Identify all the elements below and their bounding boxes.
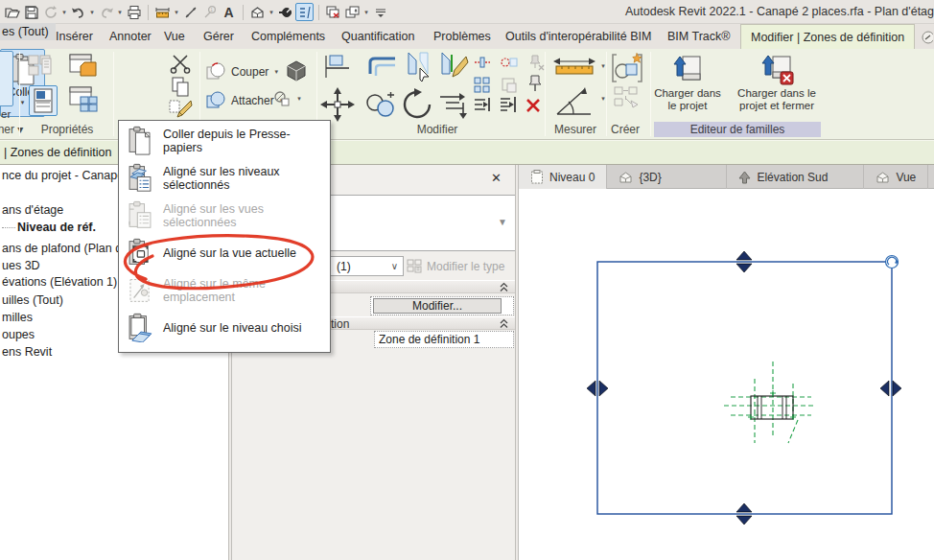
menu-item-aligned-selected-levels[interactable]: Aligné sur les niveaux sélectionnés (120, 159, 329, 197)
tab-bim-track[interactable]: BIM Track® (658, 24, 739, 49)
menu-item-paste-from-clipboard[interactable]: Coller depuis le Presse-papiers (120, 122, 329, 159)
show-hidden-lines-icon[interactable] (284, 58, 309, 83)
collapse-section-icon[interactable] (500, 282, 508, 295)
copy-to-clipboard-icon[interactable] (170, 76, 191, 99)
customize-qat-icon[interactable] (371, 3, 389, 21)
scale-icon[interactable] (500, 76, 519, 93)
measure-tool-icon[interactable] (552, 57, 596, 76)
create-group-icon[interactable] (610, 52, 644, 84)
undo-dropdown-icon[interactable]: ▾ (88, 9, 96, 16)
create-similar-icon[interactable] (613, 85, 640, 108)
angular-dimension-icon[interactable] (554, 85, 595, 118)
demolish-icon[interactable] (272, 89, 292, 108)
view-tab-label: Elévation Sud (757, 171, 828, 184)
3d-view-dropdown-icon[interactable]: ▾ (268, 9, 275, 16)
paste-dropdown-icon[interactable]: ▾ (21, 99, 25, 106)
family-types-icon[interactable] (27, 53, 56, 80)
split-element-icon[interactable] (437, 51, 470, 83)
user-interface-icon[interactable] (67, 85, 100, 114)
edit-type-button[interactable]: Modifier le type (407, 256, 516, 276)
undo-icon[interactable] (69, 3, 87, 21)
view-tab-niveau-0[interactable]: Niveau 0 (519, 165, 607, 189)
switch-windows-dropdown-icon[interactable]: ▾ (362, 9, 370, 16)
sync-dropdown-icon[interactable]: ▾ (60, 9, 68, 16)
measure-icon[interactable] (153, 3, 172, 21)
offset-copy-icon[interactable] (500, 55, 519, 70)
unpin-icon[interactable] (526, 54, 546, 71)
open-icon[interactable] (3, 3, 21, 21)
properties-panel-label[interactable]: Propriétés (21, 122, 113, 137)
cut-geometry-button[interactable]: Couper ▾ (204, 60, 280, 83)
rotate-icon[interactable] (401, 87, 435, 122)
redo-dropdown-icon[interactable]: ▾ (116, 9, 124, 16)
match-type-properties-icon[interactable] (168, 99, 193, 120)
tab-annoter[interactable]: Annoter (100, 24, 161, 49)
copy-icon[interactable] (364, 91, 397, 118)
reference-planes[interactable] (724, 362, 815, 443)
menu-item-aligned-current-view[interactable]: Aligné sur la vue actuelle (120, 234, 329, 271)
pin-icon[interactable] (526, 74, 544, 93)
open-family-icon[interactable] (67, 53, 100, 80)
collapse-section-icon[interactable] (500, 318, 508, 332)
close-hidden-windows-icon[interactable] (324, 3, 342, 21)
ribbon-tab-row: Créer Insérer Annoter Vue Gérer Compléme… (0, 24, 934, 49)
menu-item-aligned-chosen-level[interactable]: Aligné sur le niveau choisi (120, 309, 329, 346)
measure-dropdown-icon[interactable]: ▾ (173, 9, 180, 16)
scope-box-selection[interactable] (597, 262, 892, 514)
drag-handle-right[interactable] (880, 381, 901, 396)
mirror-icon[interactable] (436, 89, 471, 120)
tab-problemes[interactable]: Problèmes (424, 24, 501, 49)
demolish-dropdown-icon[interactable]: ▾ (295, 95, 303, 103)
sync-icon[interactable] (41, 3, 59, 21)
split-with-gap-icon[interactable] (473, 55, 492, 70)
tab-complements[interactable]: Compléments (242, 24, 335, 49)
join-geometry-icon (204, 89, 227, 112)
properties-palette-toggle-icon[interactable] (29, 85, 58, 116)
section-icon[interactable] (276, 3, 294, 21)
tab-vue[interactable]: Vue (154, 24, 195, 49)
view-tab-elevation-sud[interactable]: Elévation Sud (727, 165, 864, 189)
load-into-project-and-close-button[interactable]: Charger dans le projet et fermer (731, 51, 823, 120)
selection-count-label: (1) (337, 260, 351, 273)
move-icon[interactable] (319, 87, 356, 122)
save-icon[interactable] (22, 3, 40, 21)
measure-panel-label[interactable]: Mesurer (545, 122, 606, 137)
delete-icon[interactable] (525, 97, 542, 114)
tab-outils-interoperabilite-bim[interactable]: Outils d'interopérabilité BIM (496, 24, 661, 49)
tab-quantification[interactable]: Quantification (332, 24, 424, 49)
property-row: Modifier... (370, 296, 514, 315)
cut-dropdown-icon[interactable]: ▾ (272, 68, 280, 76)
family-editor-panel-label[interactable]: Editeur de familles (654, 122, 821, 137)
modify-tool-button-partial[interactable] (0, 51, 13, 106)
zone-name-field[interactable]: Zone de définition 1 (374, 331, 514, 348)
create-panel-label[interactable]: Créer (602, 122, 648, 137)
align-icon[interactable] (322, 53, 353, 80)
trim-extend-icon[interactable] (403, 51, 433, 83)
drawing-area[interactable] (519, 189, 934, 560)
redo-icon[interactable] (97, 3, 115, 21)
print-icon[interactable] (125, 3, 143, 21)
align-end-icon[interactable] (472, 96, 493, 113)
modify-panel-label[interactable]: Modifier (391, 122, 483, 137)
load-into-project-button[interactable]: Charger dans le projet (652, 51, 723, 120)
text-icon[interactable]: A (220, 3, 238, 21)
close-icon[interactable]: ✕ (491, 171, 502, 185)
view-tab-3d[interactable]: {3D} (607, 165, 727, 189)
cut-to-clipboard-icon[interactable] (169, 53, 192, 74)
aligned-dimension-icon[interactable] (181, 3, 199, 21)
tab-modifier-zones-de-definition[interactable]: Modifier | Zones de définition (740, 24, 915, 49)
project-browser-title: nce du projet - Canapé (2, 169, 124, 182)
tree-line (2, 227, 15, 228)
modify-extents-button[interactable]: Modifier... (373, 298, 502, 314)
tab-gerer[interactable]: Gérer (194, 24, 244, 49)
tag-icon[interactable]: 1 (200, 3, 219, 21)
offset-icon[interactable] (366, 55, 401, 80)
rotate-handle[interactable] (886, 256, 899, 268)
switch-windows-icon[interactable] (343, 3, 362, 21)
default-3d-view-icon[interactable] (248, 3, 267, 21)
tree-item-views[interactable]: es (Tout) (0, 23, 56, 40)
view-tab-vue[interactable]: Vue (864, 165, 928, 189)
align-multiple-icon[interactable] (499, 96, 520, 113)
array-icon[interactable] (473, 76, 492, 93)
thin-lines-icon[interactable] (295, 3, 314, 21)
